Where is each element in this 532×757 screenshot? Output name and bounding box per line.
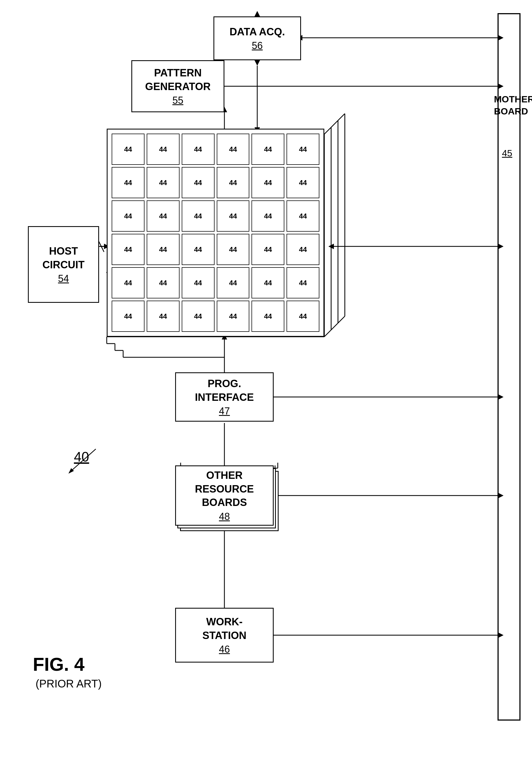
prog-interface-label: PROG.INTERFACE bbox=[195, 377, 254, 404]
chip-4-2: 44 bbox=[147, 234, 180, 265]
figure-ref-40: 40 bbox=[74, 449, 89, 465]
chip-6-3: 44 bbox=[182, 301, 215, 332]
svg-line-49 bbox=[338, 316, 345, 323]
svg-line-45 bbox=[331, 120, 338, 127]
chip-2-3: 44 bbox=[182, 167, 215, 198]
chip-4-5: 44 bbox=[251, 234, 284, 265]
chip-2-6: 44 bbox=[286, 167, 319, 198]
fig-label: FIG. 4 bbox=[33, 653, 85, 675]
workstation-number: 46 bbox=[219, 644, 230, 655]
svg-marker-40 bbox=[69, 468, 74, 474]
svg-line-41 bbox=[324, 127, 331, 134]
pattern-gen-box: PATTERNGENERATOR 55 bbox=[132, 60, 224, 112]
svg-line-42 bbox=[324, 330, 331, 337]
svg-marker-21 bbox=[328, 244, 334, 249]
chip-3-4: 44 bbox=[217, 200, 250, 232]
data-acq-box: DATA ACQ. 56 bbox=[214, 16, 301, 60]
data-acq-label: DATA ACQ. bbox=[230, 25, 285, 39]
chip-3-2: 44 bbox=[147, 200, 180, 232]
chip-2-2: 44 bbox=[147, 167, 180, 198]
chip-1-2: 44 bbox=[147, 134, 180, 165]
svg-marker-22 bbox=[498, 244, 504, 249]
other-resource-box: OTHERRESOURCEBOARDS 48 bbox=[175, 466, 274, 526]
host-circuit-label: HOSTCIRCUIT bbox=[43, 245, 85, 272]
chip-4-4: 44 bbox=[217, 234, 250, 265]
svg-marker-3 bbox=[498, 35, 504, 41]
data-acq-number: 56 bbox=[252, 40, 263, 51]
prog-interface-box: PROG.INTERFACE 47 bbox=[175, 372, 274, 422]
chip-6-5: 44 bbox=[251, 301, 284, 332]
chip-5-5: 44 bbox=[251, 267, 284, 298]
svg-marker-36 bbox=[498, 632, 504, 638]
chip-4-3: 44 bbox=[182, 234, 215, 265]
chip-4-1: 44 bbox=[112, 234, 144, 265]
host-circuit-number: 54 bbox=[58, 273, 69, 285]
diagram-container: DATA ACQ. 56 PATTERNGENERATOR 55 44 44 4… bbox=[0, 0, 532, 757]
pattern-gen-label: PATTERNGENERATOR bbox=[145, 66, 210, 93]
chip-5-1: 44 bbox=[112, 267, 144, 298]
other-resource-label: OTHERRESOURCEBOARDS bbox=[195, 469, 254, 509]
workstation-box: WORK-STATION 46 bbox=[175, 608, 274, 663]
svg-marker-8 bbox=[254, 60, 260, 66]
chip-1-1: 44 bbox=[112, 134, 144, 165]
chip-6-6: 44 bbox=[286, 301, 319, 332]
chip-1-3: 44 bbox=[182, 134, 215, 165]
chip-5-3: 44 bbox=[182, 267, 215, 298]
workstation-label: WORK-STATION bbox=[202, 615, 246, 642]
chip-2-1: 44 bbox=[112, 167, 144, 198]
svg-marker-9 bbox=[254, 11, 260, 16]
prior-art-label: (PRIOR ART) bbox=[36, 678, 102, 690]
chip-3-1: 44 bbox=[112, 200, 144, 232]
motherboard-number: 45 bbox=[502, 148, 512, 159]
chip-1-5: 44 bbox=[251, 134, 284, 165]
chip-4-6: 44 bbox=[286, 234, 319, 265]
chip-2-4: 44 bbox=[217, 167, 250, 198]
chip-5-4: 44 bbox=[217, 267, 250, 298]
chip-grid: 44 44 44 44 44 44 44 44 44 44 44 44 44 4… bbox=[107, 130, 323, 336]
chip-5-2: 44 bbox=[147, 267, 180, 298]
chip-6-4: 44 bbox=[217, 301, 250, 332]
svg-marker-6 bbox=[498, 83, 504, 89]
pattern-gen-number: 55 bbox=[172, 95, 183, 106]
svg-rect-0 bbox=[498, 14, 520, 720]
chip-1-4: 44 bbox=[217, 134, 250, 165]
chip-2-5: 44 bbox=[251, 167, 284, 198]
chip-6-2: 44 bbox=[147, 301, 180, 332]
prog-interface-number: 47 bbox=[219, 406, 230, 417]
svg-line-64 bbox=[99, 241, 104, 252]
chip-1-6: 44 bbox=[286, 134, 319, 165]
motherboard-label: MOTHER-BOARD bbox=[494, 93, 514, 117]
other-resource-number: 48 bbox=[219, 511, 230, 522]
chip-3-3: 44 bbox=[182, 200, 215, 232]
svg-marker-33 bbox=[498, 493, 504, 498]
chip-5-6: 44 bbox=[286, 267, 319, 298]
host-circuit-box: HOSTCIRCUIT 54 bbox=[28, 226, 99, 303]
board-array: 44 44 44 44 44 44 44 44 44 44 44 44 44 4… bbox=[107, 129, 324, 337]
svg-line-48 bbox=[338, 114, 345, 120]
chip-3-6: 44 bbox=[286, 200, 319, 232]
svg-line-46 bbox=[331, 323, 338, 330]
chip-3-5: 44 bbox=[251, 200, 284, 232]
chip-6-1: 44 bbox=[112, 301, 144, 332]
svg-marker-28 bbox=[498, 394, 504, 400]
